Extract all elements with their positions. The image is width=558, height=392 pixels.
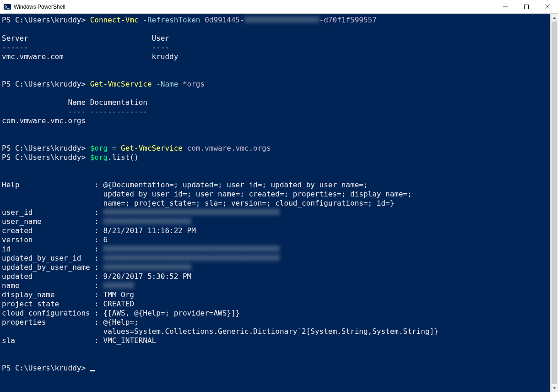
prop-val: 8/21/2017 11:16:22 PM bbox=[103, 226, 196, 235]
prop-val: @{Documentation=; updated=; user_id=; up… bbox=[103, 180, 368, 189]
prompt: PS C:\Users\kruddy> bbox=[2, 16, 90, 24]
operator: = bbox=[108, 144, 121, 152]
colon: : bbox=[90, 235, 103, 244]
colon: : bbox=[90, 290, 103, 299]
prop-key: updated_by_user_id bbox=[2, 254, 81, 262]
prop-val: VMC_INTERNAL bbox=[103, 336, 157, 345]
command: Connect-Vmc bbox=[90, 16, 139, 24]
cell: vmc.vmware.com bbox=[2, 52, 64, 61]
colon: : bbox=[90, 336, 103, 345]
col-sep: ------------- bbox=[90, 107, 147, 116]
prop-val: values=System.Collections.Generic.Dictio… bbox=[103, 327, 439, 336]
colon: : bbox=[90, 245, 103, 253]
prop-key: version bbox=[2, 235, 33, 244]
colon: : bbox=[90, 254, 103, 262]
colon: : bbox=[90, 299, 103, 308]
colon: : bbox=[90, 180, 103, 189]
arg-suffix: -d70f1f599557 bbox=[320, 16, 377, 24]
prop-key: created bbox=[2, 226, 33, 235]
command: Get-VmcService bbox=[90, 80, 152, 88]
window-controls bbox=[495, 0, 558, 13]
scroll-track[interactable] bbox=[551, 22, 558, 384]
prop-val-redacted: XXXXXXXXXXXXXXXXXXXX bbox=[103, 217, 192, 226]
prop-val: updated_by_user_id=; user_name=; created… bbox=[103, 190, 412, 198]
colon: : bbox=[90, 318, 103, 327]
prompt: PS C:\Users\kruddy> bbox=[2, 364, 90, 372]
prop-key: updated bbox=[2, 272, 33, 281]
prop-val: 6 bbox=[103, 235, 108, 244]
vertical-scrollbar[interactable] bbox=[550, 14, 558, 392]
colon: : bbox=[90, 263, 103, 272]
minimize-button[interactable] bbox=[495, 0, 516, 13]
col-sep: ---- bbox=[68, 107, 86, 116]
prop-key: Help bbox=[2, 180, 20, 189]
prop-key: project_state bbox=[2, 299, 59, 308]
prop-val-redacted: XXXXXXXXXXXXXXXXXXXXXXXXXXXXXXXXXXXXXXXX bbox=[103, 254, 280, 262]
param: -RefreshToken bbox=[139, 16, 205, 24]
scroll-down-button[interactable] bbox=[551, 384, 558, 392]
prop-val: CREATED bbox=[103, 299, 134, 308]
prop-key: name bbox=[2, 281, 20, 290]
prop-val: @{Help=; bbox=[103, 318, 139, 327]
window-title: Windows PowerShell bbox=[14, 4, 65, 10]
col-header: Name bbox=[68, 98, 86, 107]
terminal-output[interactable]: PS C:\Users\kruddy> Connect-Vmc -Refresh… bbox=[0, 14, 550, 392]
window-titlebar[interactable]: Windows PowerShell bbox=[0, 0, 558, 14]
cursor bbox=[90, 370, 95, 371]
arg: *orgs bbox=[183, 80, 205, 88]
arg-prefix: 0d991445- bbox=[205, 16, 244, 24]
prop-val: name=; project_state=; sla=; version=; c… bbox=[103, 199, 395, 207]
prop-key: sla bbox=[2, 336, 15, 345]
close-button[interactable] bbox=[537, 0, 558, 13]
arg: com.vmware.vmc.orgs bbox=[183, 144, 271, 152]
maximize-button[interactable] bbox=[516, 0, 537, 13]
prop-val-redacted: XXXXXXXXXXXXXXXXXXXX bbox=[103, 263, 192, 272]
col-header: Server bbox=[2, 34, 28, 43]
prop-val: TMM Org bbox=[103, 290, 134, 299]
prop-val: 9/20/2017 5:30:52 PM bbox=[103, 272, 192, 281]
prop-val-redacted: XXXXXXXXXXXXXXXXXXXXXXXXXXXXXXXXXXXXXXXX bbox=[103, 208, 280, 217]
prop-key: display_name bbox=[2, 290, 55, 299]
scroll-up-button[interactable] bbox=[551, 14, 558, 22]
svg-rect-0 bbox=[4, 4, 11, 10]
prompt: PS C:\Users\kruddy> bbox=[2, 144, 90, 152]
colon: : bbox=[90, 309, 103, 317]
colon: : bbox=[90, 281, 103, 290]
prompt: PS C:\Users\kruddy> bbox=[2, 153, 90, 162]
svg-rect-3 bbox=[525, 5, 529, 9]
variable: $org bbox=[90, 153, 108, 162]
colon: : bbox=[90, 217, 103, 226]
method-call: .list() bbox=[108, 153, 138, 162]
prop-val-redacted: XXXXXXX bbox=[103, 281, 134, 290]
prop-val: {[AWS, @{Help=; provider=AWS}]} bbox=[103, 309, 240, 317]
command: Get-VmcService bbox=[121, 144, 183, 152]
col-sep: ------ bbox=[2, 43, 28, 52]
prop-key: cloud_configurations bbox=[2, 309, 90, 317]
prop-key: user_name bbox=[2, 217, 42, 226]
prop-val-redacted: XXXXXXXXXXXXXXXXXXXXXXXXXXXXXXXXXXXXXXXX bbox=[103, 245, 280, 253]
terminal-container: PS C:\Users\kruddy> Connect-Vmc -Refresh… bbox=[0, 14, 558, 392]
prop-key: id bbox=[2, 245, 11, 253]
cell: kruddy bbox=[152, 52, 179, 61]
colon: : bbox=[90, 272, 103, 281]
col-sep: ---- bbox=[152, 43, 170, 52]
col-header: User bbox=[152, 34, 170, 43]
prop-key: properties bbox=[2, 318, 46, 327]
col-header: Documentation bbox=[90, 98, 147, 107]
colon: : bbox=[90, 208, 103, 217]
powershell-icon bbox=[4, 3, 11, 11]
scroll-thumb[interactable] bbox=[552, 22, 557, 384]
param: -Name bbox=[152, 80, 183, 88]
prompt: PS C:\Users\kruddy> bbox=[2, 80, 90, 88]
prop-key: updated_by_user_name bbox=[2, 263, 90, 272]
variable: $org bbox=[90, 144, 108, 152]
arg-redacted: XXXXXXXXXXXXXXXXX bbox=[244, 16, 320, 24]
colon: : bbox=[90, 226, 103, 235]
prop-key: user_id bbox=[2, 208, 33, 217]
cell: com.vmware.vmc.orgs bbox=[2, 116, 86, 125]
